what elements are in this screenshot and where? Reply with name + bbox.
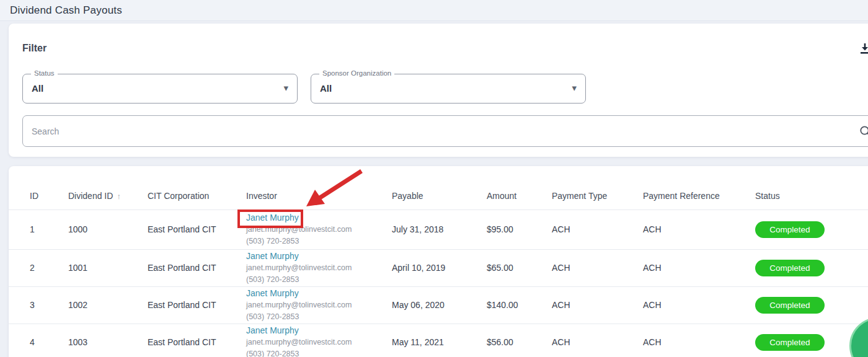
status-badge: Completed: [755, 297, 825, 314]
cell-cit-corporation: East Portland CIT: [148, 249, 246, 286]
status-badge: Completed: [755, 221, 825, 238]
search-field: [22, 115, 868, 147]
payouts-table: ID Dividend ID↑ CIT Corporation Investor…: [9, 166, 868, 357]
column-header-payable[interactable]: Payable: [392, 166, 487, 209]
sort-ascending-icon[interactable]: ↑: [117, 192, 121, 201]
top-bar: Dividend Cash Payouts: [0, 0, 868, 21]
cell-dividend-id: 1002: [68, 286, 148, 324]
investor-phone: (503) 720-2853: [246, 311, 392, 323]
cell-cit-corporation: East Portland CIT: [148, 286, 246, 324]
column-header-cit-corporation[interactable]: CIT Corporation: [148, 166, 246, 209]
status-badge: Completed: [755, 334, 825, 351]
chevron-down-icon: ▾: [283, 82, 288, 94]
cell-investor: Janet Murphy janet.murphy@tolinvestcit.c…: [246, 324, 392, 357]
page-title: Dividend Cash Payouts: [10, 4, 122, 17]
table-row: 2 1001 East Portland CIT Janet Murphy ja…: [9, 249, 868, 286]
cell-cit-corporation: East Portland CIT: [148, 324, 246, 357]
sponsor-organization-select[interactable]: Sponsor Organization All ▾: [311, 74, 586, 104]
investor-link[interactable]: Janet Murphy: [246, 287, 299, 299]
cell-payment-type: ACH: [552, 249, 643, 286]
status-badge: Completed: [755, 260, 825, 276]
investor-email: janet.murphy@tolinvestcit.com: [246, 299, 392, 311]
cell-payment-type: ACH: [552, 209, 643, 249]
table-row: 3 1002 East Portland CIT Janet Murphy ja…: [9, 286, 868, 324]
cell-payment-reference: ACH: [643, 324, 755, 357]
cell-id: 1: [9, 209, 68, 249]
filter-card: Filter Status All ▾ Sponsor Organization…: [9, 24, 868, 157]
cell-payment-reference: ACH: [643, 209, 755, 249]
investor-phone: (503) 720-2853: [246, 274, 392, 286]
investor-phone: (503) 720-2853: [246, 348, 392, 357]
cell-investor: Janet Murphy janet.murphy@tolinvestcit.c…: [246, 286, 392, 324]
cell-payable: April 10, 2019: [392, 249, 487, 286]
payouts-table-card: ID Dividend ID↑ CIT Corporation Investor…: [9, 166, 868, 357]
cell-amount: $65.00: [487, 249, 552, 286]
cell-id: 2: [9, 249, 68, 286]
column-header-investor[interactable]: Investor: [246, 166, 392, 209]
filter-heading: Filter: [22, 43, 46, 54]
cell-investor: Janet Murphy janet.murphy@tolinvestcit.c…: [246, 209, 392, 249]
investor-phone: (503) 720-2853: [246, 236, 392, 247]
investor-email: janet.murphy@tolinvestcit.com: [246, 262, 392, 274]
chevron-down-icon: ▾: [572, 82, 577, 94]
column-header-id[interactable]: ID: [9, 166, 68, 209]
column-header-payment-reference[interactable]: Payment Reference: [643, 166, 755, 209]
status-select[interactable]: Status All ▾: [22, 74, 298, 104]
cell-dividend-id: 1003: [68, 324, 148, 357]
cell-id: 3: [9, 286, 68, 324]
cell-status: Completed: [755, 249, 868, 286]
investor-email: janet.murphy@tolinvestcit.com: [246, 337, 392, 348]
investor-link[interactable]: Janet Murphy: [246, 324, 299, 337]
cell-payable: May 06, 2020: [392, 286, 487, 324]
investor-link[interactable]: Janet Murphy: [246, 211, 299, 224]
cell-amount: $56.00: [487, 324, 552, 357]
investor-link[interactable]: Janet Murphy: [246, 250, 299, 262]
cell-status: Completed: [755, 286, 868, 324]
table-row: 4 1003 East Portland CIT Janet Murphy ja…: [9, 324, 868, 357]
cell-dividend-id: 1000: [68, 209, 148, 249]
column-header-payment-type[interactable]: Payment Type: [552, 166, 643, 209]
cell-payable: July 31, 2018: [392, 209, 487, 249]
cell-payment-type: ACH: [552, 286, 643, 324]
cell-payable: May 11, 2021: [392, 324, 487, 357]
search-icon[interactable]: [859, 125, 868, 138]
cell-dividend-id: 1001: [68, 249, 148, 286]
table-header-row: ID Dividend ID↑ CIT Corporation Investor…: [9, 166, 868, 209]
download-button[interactable]: [856, 41, 868, 60]
cell-cit-corporation: East Portland CIT: [148, 209, 246, 249]
cell-amount: $95.00: [487, 209, 552, 249]
sponsor-select-value: All: [320, 83, 332, 94]
cell-investor: Janet Murphy janet.murphy@tolinvestcit.c…: [246, 249, 392, 286]
cell-payment-type: ACH: [552, 324, 643, 357]
cell-amount: $140.00: [487, 286, 552, 324]
cell-status: Completed: [755, 209, 868, 249]
status-select-value: All: [32, 83, 43, 94]
investor-email: janet.murphy@tolinvestcit.com: [246, 224, 392, 236]
column-header-amount[interactable]: Amount: [487, 166, 552, 209]
cell-id: 4: [9, 324, 68, 357]
column-header-dividend-id[interactable]: Dividend ID↑: [68, 166, 148, 209]
table-row: 1 1000 East Portland CIT Janet Murphy ja…: [9, 209, 868, 249]
column-header-status[interactable]: Status: [755, 166, 868, 209]
sponsor-select-label: Sponsor Organization: [319, 69, 394, 77]
search-input[interactable]: [23, 116, 868, 146]
status-select-label: Status: [31, 69, 58, 77]
cell-payment-reference: ACH: [643, 249, 755, 286]
cell-payment-reference: ACH: [643, 286, 755, 324]
download-icon: [859, 42, 868, 58]
